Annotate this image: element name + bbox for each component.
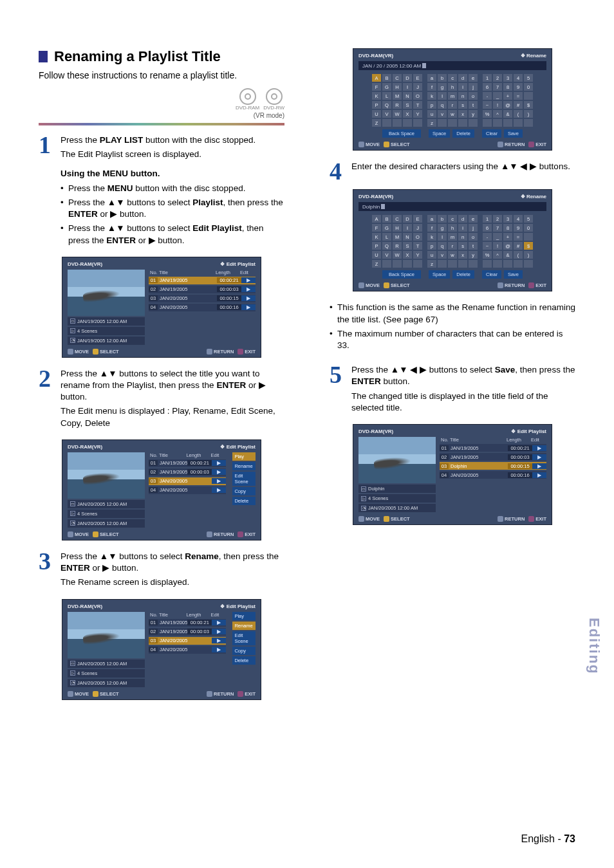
step5-line2: The changed title is displayed in the ti… bbox=[351, 391, 575, 414]
step2-line2: The Edit menu is displayed : Play, Renam… bbox=[60, 405, 284, 429]
keyboard-key: f bbox=[427, 83, 436, 91]
keyboard-key: X bbox=[403, 110, 412, 118]
step-number: 4 bbox=[330, 161, 346, 181]
keyboard-key: % bbox=[483, 110, 492, 118]
keyboard-key: g bbox=[438, 224, 447, 232]
edit-menu-item: Copy bbox=[232, 647, 256, 655]
keyboard-key bbox=[393, 119, 402, 127]
keyboard-key: T bbox=[413, 242, 422, 250]
keyboard-key: i bbox=[458, 224, 467, 232]
keyboard-key: 1 bbox=[483, 215, 492, 223]
osd1-rows: 01JAN/19/200500:00:21▶02JAN/19/200500:00… bbox=[149, 277, 256, 311]
keyboard-key: x bbox=[458, 251, 467, 259]
keyboard-key: m bbox=[448, 233, 457, 241]
keyboard-key: E bbox=[413, 215, 422, 223]
table-row: 01JAN/19/200500:00:21▶ bbox=[149, 619, 226, 627]
keyboard-key: D bbox=[403, 215, 412, 223]
keyboard-key: Z bbox=[372, 260, 381, 268]
keyboard-key: H bbox=[393, 83, 402, 91]
keyboard-key: J bbox=[413, 224, 422, 232]
keyboard-key: V bbox=[382, 251, 391, 259]
keyboard-key: N bbox=[403, 92, 412, 100]
step1-bullet2: Press the ▲▼ buttons to select Playlist,… bbox=[60, 197, 284, 220]
keyboard-key: b bbox=[438, 215, 447, 223]
table-row: 02JAN/19/200500:00:03▶ bbox=[440, 453, 546, 461]
keyboard-key bbox=[524, 233, 533, 241]
table-row: 04JAN/20/2005▶ bbox=[149, 646, 226, 654]
keyboard-key: $ bbox=[524, 101, 533, 109]
keyboard-key bbox=[448, 119, 457, 127]
keyboard-key: z bbox=[427, 119, 436, 127]
keyboard-key: F bbox=[372, 224, 381, 232]
table-row: 04JAN/20/200500:00:16▶ bbox=[149, 304, 256, 311]
table-row: 01JAN/19/200500:00:21▶ bbox=[149, 459, 226, 467]
keyboard-key: 0 bbox=[524, 83, 533, 91]
keyboard-key: O bbox=[413, 92, 422, 100]
keyboard-key: q bbox=[438, 242, 447, 250]
edit-menu-item: Rename bbox=[232, 622, 256, 630]
keyboard-key: k bbox=[427, 92, 436, 100]
step-number: 5 bbox=[330, 364, 346, 416]
keyboard-key: p bbox=[427, 101, 436, 109]
keyboard-key: K bbox=[372, 233, 381, 241]
table-row: 02JAN/19/200500:00:03▶ bbox=[149, 468, 226, 476]
keyboard-lower: abcdefghijklmnopqrstuvwxyz bbox=[427, 215, 478, 268]
keyboard-key: & bbox=[503, 251, 512, 259]
footer-lang: English bbox=[521, 833, 555, 844]
step4-notes: This function is the same as the Rename … bbox=[330, 302, 575, 351]
keyboard-key: # bbox=[514, 242, 523, 250]
keyboard-key: a bbox=[427, 74, 436, 82]
keyboard-key: 3 bbox=[503, 74, 512, 82]
step4-line1: Enter the desired characters using the ▲… bbox=[351, 161, 575, 172]
keyboard-key: 0 bbox=[524, 224, 533, 232]
disc-ram-label: DVD-RAM bbox=[236, 105, 259, 111]
keyboard-key: r bbox=[448, 242, 457, 250]
keyboard-key: 7 bbox=[493, 224, 502, 232]
keyboard-key: s bbox=[458, 101, 467, 109]
keyboard-key: # bbox=[514, 101, 523, 109]
keyboard-key: v bbox=[438, 251, 447, 259]
keyboard-key: 8 bbox=[503, 224, 512, 232]
keyboard-key: % bbox=[483, 251, 492, 259]
osd-edit-menu: PlayRenameEdit SceneCopyDelete bbox=[232, 612, 256, 687]
keyboard-key: X bbox=[403, 251, 412, 259]
keyboard-key: ! bbox=[493, 242, 502, 250]
keyboard-key bbox=[438, 119, 447, 127]
edit-menu-item: Delete bbox=[232, 497, 256, 505]
keyboard-key bbox=[524, 119, 533, 127]
keyboard-key: M bbox=[393, 233, 402, 241]
osd-footer: MOVE SELECT RETURN EXIT bbox=[68, 349, 256, 355]
keyboard-key: z bbox=[427, 260, 436, 268]
edit-menu-item: Copy bbox=[232, 487, 256, 495]
menu-subheading: Using the MENU button. bbox=[60, 168, 284, 180]
keyboard-key: P bbox=[372, 101, 381, 109]
keyboard-key: _ bbox=[493, 92, 502, 100]
footer-page: 73 bbox=[564, 833, 575, 844]
edit-menu-item: Delete bbox=[232, 656, 256, 665]
osd-thumbnail bbox=[68, 612, 145, 658]
gradient-divider bbox=[39, 123, 284, 125]
keyboard-key: 5 bbox=[524, 74, 533, 82]
keyboard-key: O bbox=[413, 233, 422, 241]
keyboard-key: w bbox=[448, 110, 457, 118]
keyboard-key: 9 bbox=[514, 224, 523, 232]
keyboard-key: D bbox=[403, 74, 412, 82]
keyboard-key: 8 bbox=[503, 83, 512, 91]
keyboard-actions: Back Space SpaceDelete ClearSave bbox=[358, 270, 546, 279]
keyboard-key: r bbox=[448, 101, 457, 109]
disc-compat-row: DVD-RAM DVD-RW bbox=[39, 88, 284, 111]
side-tab-editing: Editing bbox=[586, 618, 602, 675]
table-row: 03Dolphin00:00:15▶ bbox=[440, 462, 546, 470]
keyboard-key: i bbox=[458, 83, 467, 91]
osd-meta-3: ◔JAN/19/2005 12:00 AM bbox=[68, 337, 145, 345]
keyboard-key: T bbox=[413, 101, 422, 109]
keyboard-key: ^ bbox=[493, 110, 502, 118]
table-row: 02JAN/19/200500:00:03▶ bbox=[149, 286, 256, 293]
keyboard-key: a bbox=[427, 215, 436, 223]
keyboard-key: U bbox=[372, 251, 381, 259]
vr-mode-note: (VR mode) bbox=[39, 112, 284, 119]
osd-edit-menu: PlayRenameEdit SceneCopyDelete bbox=[232, 452, 256, 528]
step-1: 1 Press the PLAY LIST button with the di… bbox=[39, 134, 284, 249]
edit-menu-item: Rename bbox=[232, 462, 256, 470]
keyboard-key bbox=[524, 260, 533, 268]
